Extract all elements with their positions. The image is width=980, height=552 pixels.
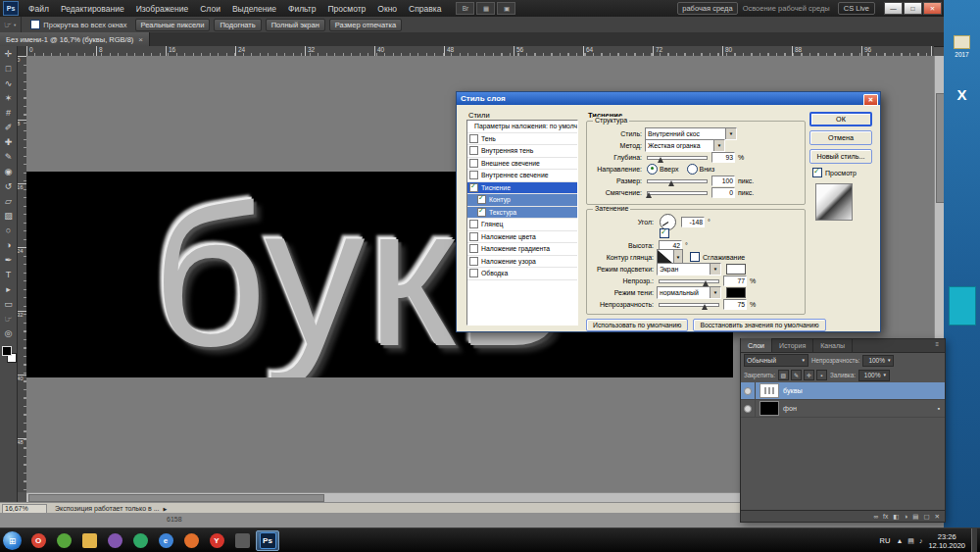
style-list-item[interactable]: Обводка [467,268,577,280]
delete-layer-icon[interactable]: ✕ [935,513,940,521]
highlight-opacity-field[interactable]: 77 [723,276,747,286]
taskbar-app-red[interactable]: O [26,530,50,551]
restore-button[interactable]: □ [904,2,922,15]
scroll-all-windows-option[interactable]: Прокрутка во всех окнах [27,20,126,29]
brush-tool[interactable]: ✎ [0,149,17,164]
depth-field[interactable]: 93 [711,152,735,163]
hidden-icons-button[interactable]: ▲ [896,537,903,544]
options-button[interactable]: Подогнать [214,19,261,31]
soften-field[interactable]: 0 [711,187,735,198]
style-checkbox[interactable] [469,257,478,266]
minimize-button[interactable]: — [884,2,903,15]
lock-transparency-icon[interactable]: ▨ [778,370,789,380]
layer-group-icon[interactable]: ▤ [912,513,918,521]
visibility-toggle[interactable] [741,400,756,417]
style-checkbox[interactable] [477,195,486,204]
bridge-icon[interactable]: Br [456,2,474,15]
panel-menu-icon[interactable]: ≡ [931,341,943,347]
status-arrow-icon[interactable]: ▶ [164,506,168,512]
start-button[interactable]: ⊞ [3,531,22,550]
menu-item[interactable]: Справка [403,0,447,17]
style-list-item[interactable]: Текстура [467,207,577,220]
style-list-item[interactable]: Контур [467,194,577,207]
pen-tool[interactable]: ✒ [0,252,17,267]
move-tool[interactable]: ✛ [0,46,17,61]
zoom-tool[interactable]: ◎ [0,326,17,340]
visibility-toggle[interactable] [741,382,756,399]
new-style-button[interactable]: Новый стиль... [809,149,872,164]
style-list-item[interactable]: Наложение градиента [467,243,577,256]
soften-slider[interactable] [647,188,708,197]
adjustment-layer-icon[interactable]: ◑ [904,513,907,520]
workspace-name[interactable]: Освоение рабочей среды [743,4,830,13]
marquee-tool[interactable]: □ [0,61,17,75]
tool-preset-picker[interactable]: ☞ ▾ [4,17,22,32]
document-tab[interactable]: Без имени-1 @ 16,7% (буквы, RGB/8) × [0,32,150,46]
taskbar-app-teal[interactable] [128,530,152,551]
highlight-color-swatch[interactable] [726,264,746,275]
blur-tool[interactable]: ○ [0,223,17,237]
horizontal-scroll-thumb[interactable] [28,494,324,502]
panel-tab[interactable]: Слои [741,338,772,352]
menu-item[interactable]: Редактирование [55,0,130,17]
menu-item[interactable]: Слои [194,0,226,17]
shape-tool[interactable]: ▭ [0,296,17,311]
clone-stamp-tool[interactable]: ◉ [0,164,17,178]
menu-item[interactable]: Изображение [130,0,195,17]
desktop-icon-2017[interactable]: 2017 [944,35,980,58]
cs-live-button[interactable]: CS Live [838,2,875,15]
dodge-tool[interactable]: ◑ [0,237,17,252]
tab-close-icon[interactable]: × [138,35,143,44]
preview-checkbox[interactable] [812,168,822,177]
panel-tab[interactable]: Каналы [813,338,853,352]
shadow-opacity-slider[interactable] [659,300,719,309]
magic-wand-tool[interactable]: ✶ [0,90,17,105]
history-brush-tool[interactable]: ↺ [0,178,17,193]
network-icon[interactable]: ▤ [907,537,914,545]
lasso-tool[interactable]: ∿ [0,75,17,90]
style-checkbox[interactable] [469,269,478,277]
style-list-item[interactable]: Внешнее свечение [467,158,577,171]
footer-button[interactable]: Восстановить значения по умолчанию [693,319,825,331]
show-desktop-button[interactable] [971,528,977,552]
opacity-field[interactable]: 100% ▼ [862,355,894,367]
eyedropper-tool[interactable]: ✐ [0,120,17,134]
footer-button[interactable]: Использовать по умолчанию [586,319,688,331]
blend-mode-dropdown[interactable]: Обычный ▼ [744,354,808,367]
technique-dropdown[interactable]: Жесткая огранка ▼ [645,139,725,152]
style-checkbox[interactable] [469,244,478,253]
shadow-opacity-field[interactable]: 75 [723,299,747,310]
global-light-checkbox[interactable] [660,228,669,238]
highlight-opacity-slider[interactable] [659,276,719,285]
taskbar-app-purple[interactable] [103,530,126,551]
view-extras-icon[interactable]: ▦ [476,2,495,15]
style-checkbox[interactable] [477,208,486,217]
layer-thumbnail[interactable] [760,383,779,398]
vertical-scroll-thumb[interactable] [936,93,944,203]
dialog-title-bar[interactable]: Стиль слоя ✕ [457,92,880,105]
fill-field[interactable]: 100% ▼ [858,370,890,381]
cancel-button[interactable]: Отмена [809,130,872,145]
taskbar-clock[interactable]: 23:26 12.10.2020 [928,532,965,550]
style-checkbox[interactable] [469,171,478,179]
options-button[interactable]: Полный экран [266,19,325,31]
desktop-icon-selected[interactable] [949,286,976,326]
close-button[interactable]: ✕ [923,2,942,15]
style-list-item[interactable]: Параметры наложения: по умолчанию [467,121,577,133]
style-list-item[interactable]: Тень [467,133,577,146]
layer-mask-icon[interactable]: ◧ [893,513,899,521]
direction-up-radio[interactable] [647,164,658,175]
direction-down-radio[interactable] [687,164,698,175]
style-list-item[interactable]: Наложение узора [467,256,577,269]
language-indicator[interactable]: RU [880,536,891,545]
layer-effects-icon[interactable]: fx [883,513,888,520]
menu-item[interactable]: Файл [23,0,55,17]
panel-tab[interactable]: История [772,338,813,352]
menu-item[interactable]: Выделение [226,0,282,17]
hand-tool[interactable]: ☞ [0,311,17,326]
layer-thumbnail[interactable] [760,401,779,416]
link-layers-icon[interactable]: ∞ [873,513,878,520]
taskbar-app-orange[interactable] [179,530,203,551]
gradient-tool[interactable]: ▨ [0,208,17,223]
foreground-color-swatch[interactable] [2,346,12,356]
